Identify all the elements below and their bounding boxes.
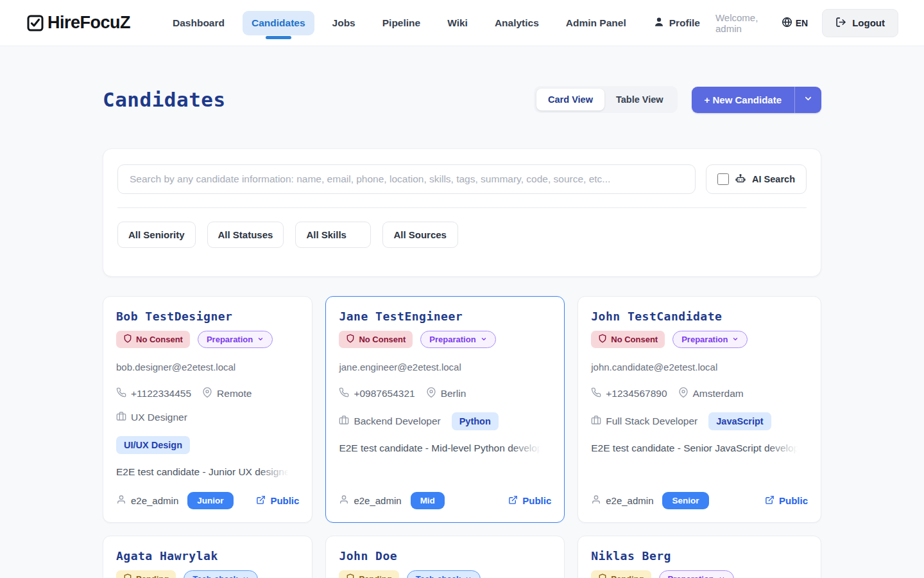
briefcase-icon	[116, 411, 126, 424]
consent-badge: No Consent	[339, 331, 413, 348]
top-navbar: HireFocuZ Dashboard Candidates Jobs Pipe…	[0, 0, 924, 46]
candidate-summary: E2E test candidate - Mid-level Python de…	[339, 442, 551, 454]
meta-row: +0987654321 Berlin	[339, 387, 551, 400]
user-icon	[653, 16, 665, 30]
candidate-card[interactable]: Niklas Berg Pending Preparation niklas.b…	[578, 536, 821, 578]
public-link[interactable]: Public	[765, 495, 808, 507]
skills-row: Full Stack Developer JavaScript	[591, 412, 808, 430]
filter-row: All Seniority All Statuses All Skills Al…	[117, 222, 807, 248]
candidate-card[interactable]: John TestCandidate No Consent Preparatio…	[578, 296, 821, 523]
seniority-filter[interactable]: All Seniority	[117, 222, 196, 248]
nav-item-wiki[interactable]: Wiki	[438, 11, 477, 35]
nav-item-jobs[interactable]: Jobs	[323, 11, 364, 35]
status-pill[interactable]: Preparation	[198, 331, 273, 348]
phone-icon	[116, 387, 126, 400]
candidate-summary: E2E test candidate - Senior JavaScript d…	[591, 442, 808, 454]
ai-search-checkbox[interactable]	[717, 173, 729, 185]
logout-icon	[835, 17, 846, 30]
candidates-grid: Bob TestDesigner No Consent Preparation …	[103, 296, 821, 578]
candidate-name: Niklas Berg	[591, 549, 808, 563]
owner: e2e_admin	[116, 495, 178, 507]
shield-icon	[346, 574, 355, 578]
main-nav: Dashboard Candidates Jobs Pipeline Wiki …	[164, 10, 709, 37]
briefcase-icon	[339, 415, 349, 428]
search-input[interactable]	[117, 164, 696, 194]
nav-item-candidates[interactable]: Candidates	[243, 11, 314, 35]
shield-icon	[598, 574, 607, 578]
position-meta: UX Designer	[116, 411, 187, 424]
public-link[interactable]: Public	[508, 495, 551, 507]
public-link[interactable]: Public	[256, 495, 299, 507]
header-actions: Card View Table View + New Candidate	[534, 86, 821, 113]
meta-row: +1234567890 Amsterdam	[591, 387, 808, 400]
navbar-right: Welcome, admin EN Logout	[715, 9, 898, 37]
brand-logo[interactable]: HireFocuZ	[26, 13, 130, 33]
shield-icon	[346, 334, 355, 345]
phone-meta: +1122334455	[116, 387, 191, 400]
owner: e2e_admin	[339, 495, 401, 507]
nav-item-profile[interactable]: Profile	[644, 10, 709, 37]
checkbox-logo-icon	[26, 13, 45, 33]
skills-row: Backend Developer Python	[339, 412, 551, 430]
new-candidate-button[interactable]: + New Candidate	[692, 87, 794, 113]
globe-icon	[782, 17, 792, 30]
badge-row: Pending Tech-check	[339, 570, 551, 578]
phone-meta: +1234567890	[591, 387, 667, 400]
badge-row: No Consent Preparation	[339, 331, 551, 348]
skills-row: UI/UX Design	[116, 436, 299, 454]
badge-row: No Consent Preparation	[116, 331, 299, 348]
shield-icon	[598, 334, 607, 345]
active-tab-underline	[266, 36, 291, 39]
candidate-email: jane.engineer@e2etest.local	[339, 362, 551, 372]
nav-item-admin-panel[interactable]: Admin Panel	[557, 11, 635, 35]
candidate-email: john.candidate@e2etest.local	[591, 362, 808, 372]
search-row: AI Search	[117, 164, 807, 194]
nav-item-analytics[interactable]: Analytics	[486, 11, 548, 35]
external-link-icon	[765, 495, 774, 507]
status-pill[interactable]: Preparation	[420, 331, 495, 348]
candidate-card[interactable]: Bob TestDesigner No Consent Preparation …	[103, 296, 312, 523]
owner: e2e_admin	[591, 495, 653, 507]
nav-item-dashboard[interactable]: Dashboard	[164, 11, 234, 35]
candidate-name: John Doe	[339, 549, 551, 563]
candidate-card-selected[interactable]: Jane TestEngineer No Consent Preparation…	[325, 296, 565, 523]
user-icon	[116, 495, 126, 507]
badge-row: Pending Preparation	[591, 570, 808, 578]
status-pill[interactable]: Tech-check	[407, 570, 481, 578]
search-filter-panel: AI Search All Seniority All Statuses All…	[103, 148, 821, 277]
language-selector[interactable]: EN	[782, 17, 808, 30]
caret-down-icon	[243, 574, 249, 578]
candidate-email: bob.designer@e2etest.local	[116, 362, 299, 372]
ai-search-toggle[interactable]: AI Search	[706, 164, 807, 194]
table-view-button[interactable]: Table View	[604, 89, 675, 110]
card-view-button[interactable]: Card View	[536, 89, 604, 110]
sources-filter[interactable]: All Sources	[382, 222, 458, 248]
status-pill[interactable]: Preparation	[659, 570, 734, 578]
seniority-badge: Junior	[187, 492, 233, 509]
view-toggle: Card View Table View	[534, 86, 677, 113]
consent-badge: No Consent	[116, 331, 190, 348]
card-footer: e2e_admin Mid Public	[339, 478, 551, 509]
status-pill[interactable]: Preparation	[672, 331, 748, 348]
new-candidate-dropdown-button[interactable]	[794, 87, 821, 113]
shield-icon	[123, 574, 132, 578]
phone-icon	[339, 387, 349, 400]
position-meta: Backend Developer	[339, 415, 440, 428]
panel-divider	[117, 207, 807, 208]
consent-badge: Pending	[116, 570, 176, 578]
skill-tag: UI/UX Design	[116, 436, 190, 454]
nav-item-pipeline[interactable]: Pipeline	[373, 11, 429, 35]
page-header: Candidates Card View Table View + New Ca…	[103, 86, 821, 113]
map-pin-icon	[426, 387, 436, 400]
status-pill[interactable]: Tech-check	[184, 570, 258, 578]
skills-filter[interactable]: All Skills	[295, 222, 371, 248]
candidate-card[interactable]: John Doe Pending Tech-check john.doe@ema…	[325, 536, 565, 578]
statuses-filter[interactable]: All Statuses	[207, 222, 284, 248]
main-content: Candidates Card View Table View + New Ca…	[103, 86, 821, 578]
logout-button[interactable]: Logout	[822, 9, 898, 37]
badge-row: No Consent Preparation	[591, 331, 808, 348]
candidate-card[interactable]: Agata Hawrylak Pending Tech-check agata.…	[103, 536, 312, 578]
location-meta: Berlin	[426, 387, 466, 400]
brand-name: HireFocuZ	[47, 13, 130, 33]
meta-row: +1122334455 Remote UX Designer	[116, 387, 299, 424]
